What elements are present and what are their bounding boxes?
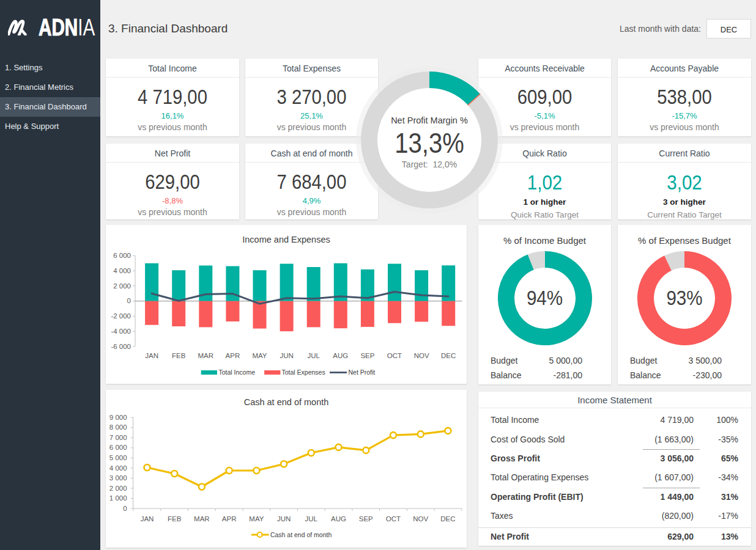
svg-text:-6 000: -6 000 — [111, 343, 131, 350]
svg-text:JUL: JUL — [305, 515, 318, 522]
svg-text:DEC: DEC — [441, 352, 456, 359]
svg-text:2 000: 2 000 — [109, 485, 127, 492]
svg-text:JUL: JUL — [307, 352, 320, 359]
svg-text:MAY: MAY — [252, 352, 267, 359]
svg-text:0: 0 — [127, 297, 131, 304]
svg-text:MAR: MAR — [194, 515, 210, 522]
svg-text:MAY: MAY — [249, 515, 264, 522]
svg-text:AUG: AUG — [333, 352, 348, 359]
svg-text:5 000: 5 000 — [109, 454, 127, 461]
svg-text:Total Expenses: Total Expenses — [282, 369, 325, 376]
svg-text:-2 000: -2 000 — [111, 312, 131, 320]
svg-text:NOV: NOV — [413, 515, 428, 522]
svg-text:JAN: JAN — [141, 515, 154, 522]
svg-text:APR: APR — [226, 352, 240, 359]
svg-text:Cash at end of month: Cash at end of month — [270, 531, 332, 538]
svg-text:9 000: 9 000 — [109, 414, 127, 421]
svg-text:7 000: 7 000 — [109, 434, 127, 441]
svg-text:MAR: MAR — [198, 352, 214, 359]
svg-text:4 000: 4 000 — [109, 464, 127, 472]
svg-text:APR: APR — [222, 515, 237, 522]
svg-text:-4 000: -4 000 — [111, 328, 131, 335]
svg-text:4 000: 4 000 — [113, 267, 131, 274]
svg-text:OCT: OCT — [387, 352, 402, 359]
svg-text:JAN: JAN — [145, 352, 158, 359]
svg-text:3 000: 3 000 — [109, 474, 127, 482]
svg-text:Net Profit: Net Profit — [349, 369, 376, 376]
svg-text:6 000: 6 000 — [113, 252, 131, 259]
svg-text:SEP: SEP — [360, 352, 374, 359]
svg-text:6 000: 6 000 — [109, 444, 127, 451]
svg-text:DEC: DEC — [440, 515, 455, 522]
svg-text:0: 0 — [123, 505, 127, 512]
svg-text:FEB: FEB — [172, 352, 186, 359]
svg-text:1 000: 1 000 — [109, 494, 127, 502]
svg-text:JUN: JUN — [277, 515, 291, 522]
svg-text:NOV: NOV — [414, 352, 429, 359]
svg-text:JUN: JUN — [280, 352, 293, 359]
svg-text:8 000: 8 000 — [109, 424, 127, 431]
svg-text:AUG: AUG — [331, 515, 346, 522]
svg-text:OCT: OCT — [386, 515, 401, 522]
svg-text:SEP: SEP — [359, 515, 373, 522]
svg-text:2 000: 2 000 — [113, 282, 131, 290]
svg-text:Total Income: Total Income — [219, 369, 256, 376]
svg-text:FEB: FEB — [168, 515, 182, 522]
